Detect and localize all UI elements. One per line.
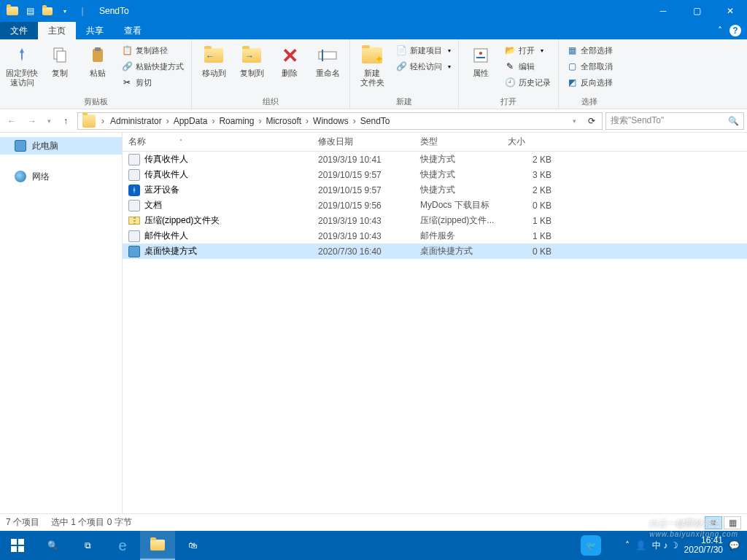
start-button[interactable] <box>0 531 35 560</box>
chevron-right-icon[interactable]: › <box>100 116 106 126</box>
address-dropdown-icon[interactable]: ▾ <box>565 112 583 130</box>
file-date: 2019/3/19 10:41 <box>312 155 414 165</box>
ribbon-group-open: 属性 📂打开▾ ✎编辑 🕘历史记录 打开 <box>459 39 559 109</box>
back-button[interactable]: ← <box>3 112 20 130</box>
group-label-organize: 组织 <box>195 95 347 109</box>
recent-dropdown[interactable]: ▾ <box>44 112 54 130</box>
tray-people-icon[interactable]: 👤 <box>635 540 646 551</box>
column-name[interactable]: 名称˄ <box>123 136 312 148</box>
taskbar: 🔍 ⧉ e 🛍 ˄ 👤 中 ♪ ☽ 16:41 2020/7/30 💬 <box>0 531 747 560</box>
file-size: 2 KB <box>502 155 560 165</box>
close-button[interactable]: ✕ <box>713 0 747 22</box>
qat-properties-icon[interactable]: ▤ <box>22 3 38 19</box>
qat-dropdown-icon[interactable]: ▾ <box>57 3 73 19</box>
notification-icon[interactable]: 💬 <box>729 540 740 551</box>
svg-rect-9 <box>11 539 17 545</box>
breadcrumb-segment[interactable]: SendTo <box>357 116 393 126</box>
tab-home[interactable]: 主页 <box>38 22 76 39</box>
ribbon-tabs: 文件 主页 共享 查看 ˄ ? <box>0 22 747 39</box>
system-tray: ˄ 👤 中 ♪ ☽ 16:41 2020/7/30 💬 <box>625 536 747 555</box>
file-row[interactable]: 文档2019/10/15 9:56MyDocs 下载目标0 KB <box>123 198 747 213</box>
new-item-button[interactable]: 📄新建项目▾ <box>391 42 455 58</box>
file-row[interactable]: ᚼ蓝牙设备2019/10/15 9:57快捷方式2 KB <box>123 182 747 198</box>
column-size[interactable]: 大小 <box>502 136 560 148</box>
file-size: 2 KB <box>502 185 560 195</box>
view-thumbnails-button[interactable]: ▦ <box>724 516 741 529</box>
history-button[interactable]: 🕘历史记录 <box>500 74 555 90</box>
help-icon[interactable]: ? <box>729 25 741 36</box>
file-name: 邮件收件人 <box>144 230 188 242</box>
tab-file[interactable]: 文件 <box>0 22 38 39</box>
new-folder-button[interactable]: ✦新建 文件夹 <box>353 41 391 88</box>
column-type[interactable]: 类型 <box>414 136 502 148</box>
file-row[interactable]: 压缩(zipped)文件夹2019/3/19 10:43压缩(zipped)文件… <box>123 213 747 228</box>
select-none-button[interactable]: ▢全部取消 <box>562 58 617 74</box>
file-name: 蓝牙设备 <box>144 184 179 196</box>
edit-button[interactable]: ✎编辑 <box>500 58 555 74</box>
tab-view[interactable]: 查看 <box>114 22 152 39</box>
group-label-select: 选择 <box>562 95 617 109</box>
breadcrumb-segment[interactable]: AppData <box>171 116 211 126</box>
qat-new-folder-icon[interactable] <box>39 3 55 19</box>
open-button[interactable]: 📂打开▾ <box>500 42 555 58</box>
file-icon <box>128 215 140 227</box>
copy-button[interactable]: 复制 <box>41 41 79 78</box>
delete-button[interactable]: ✕删除 <box>271 41 309 78</box>
easy-access-button[interactable]: 🔗轻松访问▾ <box>391 58 455 74</box>
sidebar-item-this-pc[interactable]: 此电脑 <box>0 137 122 155</box>
file-icon <box>128 246 140 257</box>
refresh-button[interactable]: ⟳ <box>583 112 600 130</box>
file-date: 2019/10/15 9:57 <box>312 185 414 195</box>
svg-rect-1 <box>57 51 66 62</box>
file-type: 压缩(zipped)文件... <box>414 214 502 227</box>
tray-ime-indicator[interactable]: 中 ♪ ☽ <box>652 540 678 552</box>
select-all-button[interactable]: ▦全部选择 <box>562 42 617 58</box>
edge-button[interactable]: e <box>105 531 140 560</box>
rename-button[interactable]: 重命名 <box>309 41 347 78</box>
network-icon <box>15 171 26 182</box>
breadcrumb-segment[interactable]: Roaming <box>216 116 257 126</box>
paste-button[interactable]: 粘贴 <box>79 41 117 78</box>
column-date[interactable]: 修改日期 <box>312 136 414 148</box>
ribbon-group-clipboard: 固定到快 速访问 复制 粘贴 📋复制路径 🔗粘贴快捷方式 ✂剪切 剪贴板 <box>0 39 192 109</box>
properties-button[interactable]: 属性 <box>462 41 500 78</box>
group-label-open: 打开 <box>462 95 555 109</box>
address-bar[interactable]: › Administrator›AppData›Roaming›Microsof… <box>77 112 603 130</box>
up-button[interactable]: ↑ <box>57 112 74 130</box>
cut-button[interactable]: ✂剪切 <box>117 74 188 90</box>
explorer-button[interactable] <box>140 531 175 560</box>
sidebar-label-this-pc: 此电脑 <box>32 140 58 152</box>
sidebar-item-network[interactable]: 网络 <box>0 168 122 185</box>
file-row[interactable]: 邮件收件人2019/3/19 10:43邮件服务1 KB <box>123 228 747 244</box>
pin-button[interactable]: 固定到快 速访问 <box>3 41 41 88</box>
ribbon-group-select: ▦全部选择 ▢全部取消 ◩反向选择 选择 <box>559 39 620 109</box>
copy-to-button[interactable]: →复制到 <box>233 41 271 78</box>
file-row[interactable]: 桌面快捷方式2020/7/30 16:40桌面快捷方式0 KB <box>123 244 747 259</box>
tray-clock[interactable]: 16:41 2020/7/30 <box>684 536 723 555</box>
file-icon <box>128 230 140 242</box>
minimize-button[interactable]: ─ <box>646 0 680 22</box>
chevron-right-icon[interactable]: › <box>165 116 171 126</box>
search-input[interactable]: 搜索"SendTo" 🔍 <box>605 112 744 130</box>
tray-expand-icon[interactable]: ˄ <box>625 540 630 551</box>
maximize-button[interactable]: ▢ <box>680 0 713 22</box>
breadcrumb-segment[interactable]: Microsoft <box>263 116 304 126</box>
window-title: SendTo <box>99 6 129 16</box>
breadcrumb-segment[interactable]: Windows <box>310 116 352 126</box>
chevron-right-icon[interactable]: › <box>304 116 310 126</box>
file-row[interactable]: 传真收件人2019/10/15 9:57快捷方式3 KB <box>123 167 747 182</box>
store-button[interactable]: 🛍 <box>175 531 210 560</box>
ribbon-collapse-icon[interactable]: ˄ <box>718 26 722 36</box>
search-button[interactable]: 🔍 <box>35 531 70 560</box>
breadcrumb-segment[interactable]: Administrator <box>107 116 165 126</box>
task-view-button[interactable]: ⧉ <box>70 531 105 560</box>
forward-button[interactable]: → <box>23 112 41 130</box>
paste-shortcut-button[interactable]: 🔗粘贴快捷方式 <box>117 58 188 74</box>
move-to-button[interactable]: ←移动到 <box>195 41 233 78</box>
copy-path-button[interactable]: 📋复制路径 <box>117 42 188 58</box>
view-details-button[interactable]: ≡ <box>705 516 722 529</box>
chevron-right-icon[interactable]: › <box>352 116 357 126</box>
invert-selection-button[interactable]: ◩反向选择 <box>562 74 617 90</box>
file-row[interactable]: 传真收件人2019/3/19 10:41快捷方式2 KB <box>123 152 747 167</box>
tab-share[interactable]: 共享 <box>76 22 114 39</box>
